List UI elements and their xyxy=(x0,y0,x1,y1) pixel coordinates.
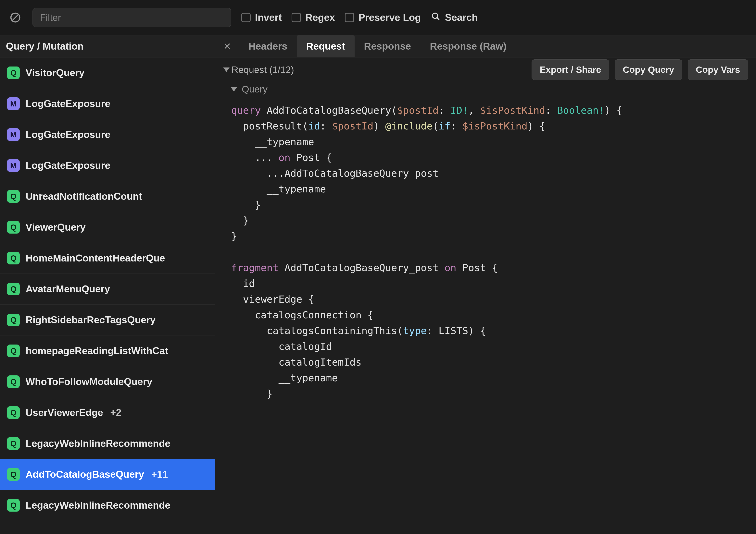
filter-input[interactable] xyxy=(40,12,224,23)
operation-label: LegacyWebInlineRecommende xyxy=(26,499,170,511)
close-icon[interactable]: ✕ xyxy=(215,36,239,57)
operation-label: LegacyWebInlineRecommende xyxy=(26,438,170,449)
operation-label: LogGateExposure xyxy=(26,98,110,109)
operation-label: UnreadNotificationCount xyxy=(26,191,142,202)
invert-checkbox[interactable]: Invert xyxy=(241,12,282,23)
list-item[interactable]: QHomeMainContentHeaderQue xyxy=(0,243,215,274)
list-item[interactable]: QLegacyWebInlineRecommende xyxy=(0,490,215,521)
operation-label: WhoToFollowModuleQuery xyxy=(26,376,152,387)
operation-label: homepageReadingListWithCat xyxy=(26,345,168,357)
list-item[interactable]: QUnreadNotificationCount xyxy=(0,181,215,212)
query-badge-icon: Q xyxy=(7,344,20,357)
search-icon xyxy=(431,12,441,24)
svg-line-1 xyxy=(13,14,18,20)
invert-label: Invert xyxy=(255,12,282,23)
request-title[interactable]: Request (1/12) xyxy=(223,64,294,75)
query-badge-icon: Q xyxy=(7,314,20,326)
operation-label: LogGateExposure xyxy=(26,160,110,171)
chevron-down-icon xyxy=(223,67,230,72)
query-badge-icon: Q xyxy=(7,499,20,512)
regex-checkbox[interactable]: Regex xyxy=(292,12,335,23)
list-item[interactable]: QRightSidebarRecTagsQuery xyxy=(0,305,215,336)
toolbar: Invert Regex Preserve Log Search xyxy=(0,0,756,36)
sidebar-header: Query / Mutation xyxy=(0,36,215,58)
operation-count-badge: +2 xyxy=(110,407,122,418)
detail-tabs: ✕ Headers Request Response Response (Raw… xyxy=(215,36,756,58)
operation-label: ViewerQuery xyxy=(26,221,86,233)
operations-list: QVisitorQueryMLogGateExposureMLogGateExp… xyxy=(0,58,215,534)
list-item[interactable]: QAddToCatalogBaseQuery+11 xyxy=(0,459,215,490)
mutation-badge-icon: M xyxy=(7,159,20,172)
query-code: query AddToCatalogBaseQuery($postId: ID!… xyxy=(215,101,756,409)
tab-request[interactable]: Request xyxy=(297,36,354,57)
list-item[interactable]: QVisitorQuery xyxy=(0,58,215,89)
export-share-button[interactable]: Export / Share xyxy=(531,60,609,80)
tab-headers[interactable]: Headers xyxy=(239,36,297,57)
query-badge-icon: Q xyxy=(7,283,20,295)
checkbox-icon xyxy=(292,13,301,22)
list-item[interactable]: QUserViewerEdge+2 xyxy=(0,397,215,428)
search-label: Search xyxy=(445,12,478,23)
list-item[interactable]: MLogGateExposure xyxy=(0,150,215,181)
query-badge-icon: Q xyxy=(7,221,20,234)
operations-sidebar: Query / Mutation QVisitorQueryMLogGateEx… xyxy=(0,36,215,534)
operation-label: HomeMainContentHeaderQue xyxy=(26,252,165,264)
tab-response-raw[interactable]: Response (Raw) xyxy=(420,36,516,57)
operation-label: UserViewerEdge xyxy=(26,407,103,418)
request-header-bar: Request (1/12) Export / Share Copy Query… xyxy=(215,58,756,82)
query-badge-icon: Q xyxy=(7,406,20,419)
chevron-down-icon xyxy=(231,87,237,91)
sidebar-title: Query / Mutation xyxy=(6,40,84,52)
search-button[interactable]: Search xyxy=(431,12,478,24)
list-item[interactable]: QhomepageReadingListWithCat xyxy=(0,336,215,366)
list-item[interactable]: QAvatarMenuQuery xyxy=(0,274,215,305)
list-item[interactable]: QLegacyWebInlineRecommende xyxy=(0,428,215,459)
list-item[interactable]: MLogGateExposure xyxy=(0,119,215,150)
copy-query-button[interactable]: Copy Query xyxy=(615,60,682,80)
query-badge-icon: Q xyxy=(7,190,20,203)
operation-label: AvatarMenuQuery xyxy=(26,283,110,295)
svg-line-3 xyxy=(437,17,439,20)
clear-icon[interactable] xyxy=(8,10,23,25)
regex-label: Regex xyxy=(305,12,335,23)
tab-response[interactable]: Response xyxy=(355,36,420,57)
query-badge-icon: Q xyxy=(7,468,20,481)
operation-label: AddToCatalogBaseQuery xyxy=(26,469,144,480)
checkbox-icon xyxy=(241,13,251,22)
preserve-log-label: Preserve Log xyxy=(359,12,421,23)
query-badge-icon: Q xyxy=(7,252,20,265)
query-badge-icon: Q xyxy=(7,66,20,79)
list-item[interactable]: QViewerQuery xyxy=(0,212,215,243)
preserve-log-checkbox[interactable]: Preserve Log xyxy=(345,12,421,23)
mutation-badge-icon: M xyxy=(7,97,20,110)
copy-vars-button[interactable]: Copy Vars xyxy=(688,60,748,80)
operation-count-badge: +11 xyxy=(151,469,168,480)
mutation-badge-icon: M xyxy=(7,128,20,141)
detail-panel: ✕ Headers Request Response Response (Raw… xyxy=(215,36,756,534)
operation-label: LogGateExposure xyxy=(26,129,110,140)
checkbox-icon xyxy=(345,13,354,22)
list-item[interactable]: QWhoToFollowModuleQuery xyxy=(0,366,215,397)
operation-label: VisitorQuery xyxy=(26,67,85,79)
query-section-header[interactable]: Query xyxy=(215,82,756,101)
query-badge-icon: Q xyxy=(7,437,20,450)
operation-label: RightSidebarRecTagsQuery xyxy=(26,314,155,326)
query-badge-icon: Q xyxy=(7,375,20,388)
filter-input-wrapper[interactable] xyxy=(33,8,231,27)
list-item[interactable]: MLogGateExposure xyxy=(0,89,215,119)
